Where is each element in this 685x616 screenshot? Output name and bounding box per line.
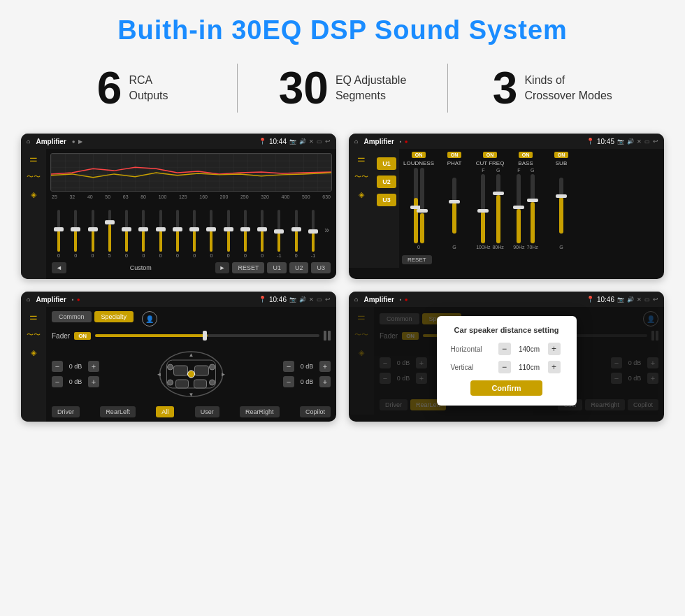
eq-slider-12[interactable]: 0 <box>257 210 268 258</box>
right-vol-controls: − 0 dB + − 0 dB + <box>283 361 331 387</box>
eq-slider-9[interactable]: 0 <box>206 210 217 258</box>
crossover-left-panel: ⚌ 〜〜 ◈ <box>349 149 374 268</box>
eq-screen-card: ⌂ Amplifier ● ▶ 📍 10:44 📷 🔊 ✕ ▭ ↩ ⚌ 〜〜 ◈ <box>21 134 336 279</box>
vol-plus-2[interactable]: + <box>88 376 99 387</box>
dialog-title: Car speaker distance setting <box>451 326 563 334</box>
fader-left-panel: ⚌ 〜〜 ◈ <box>21 307 46 422</box>
window-icon-2[interactable]: ▭ <box>644 138 650 145</box>
fader-tab-specialty[interactable]: Specialty <box>94 311 134 322</box>
all-button[interactable]: All <box>156 406 174 417</box>
back-icon-4[interactable]: ↩ <box>653 296 658 303</box>
u1-button[interactable]: U1 <box>377 157 396 170</box>
crossover-reset-button[interactable]: RESET <box>402 255 432 264</box>
bass-slider-2[interactable] <box>531 174 535 243</box>
fader-slider[interactable] <box>95 334 319 337</box>
eq-slider-11[interactable]: 0 <box>240 210 251 258</box>
eq-slider-4[interactable]: 0 <box>121 210 132 258</box>
eq-u2-button[interactable]: U2 <box>289 262 309 273</box>
window-icon-4[interactable]: ▭ <box>644 296 650 303</box>
bass-slider-1[interactable] <box>517 174 521 243</box>
vol-minus-1[interactable]: − <box>52 361 63 372</box>
close-icon-2[interactable]: ✕ <box>637 138 642 145</box>
eq-slider-14[interactable]: 0 <box>291 210 302 258</box>
loudness-on[interactable]: ON <box>412 152 426 158</box>
window-icon[interactable]: ▭ <box>317 138 322 145</box>
vertical-minus-button[interactable]: − <box>498 361 511 373</box>
loudness-slider-2[interactable] <box>420 168 424 243</box>
user-button[interactable]: User <box>195 406 219 417</box>
eq-slider-8[interactable]: 0 <box>189 210 200 258</box>
eq-next-button[interactable]: ► <box>215 262 230 273</box>
fader-wave-icon[interactable]: 〜〜 <box>27 330 41 340</box>
home-icon-2[interactable]: ⌂ <box>354 138 358 145</box>
vol-plus-4[interactable]: + <box>319 376 331 387</box>
confirm-button[interactable]: Confirm <box>470 380 542 396</box>
svg-point-12 <box>210 380 215 385</box>
driver-button[interactable]: Driver <box>52 406 80 417</box>
fader-tabs: Common Specialty <box>52 311 134 322</box>
copilot-button[interactable]: Copilot <box>300 406 331 417</box>
cutfreq-slider-1[interactable] <box>481 174 485 243</box>
horizontal-minus-button[interactable]: − <box>498 343 511 355</box>
crossover-wave-icon[interactable]: 〜〜 <box>354 172 368 182</box>
crossover-speaker-icon[interactable]: ◈ <box>359 190 364 199</box>
fader-speaker-icon[interactable]: ◈ <box>31 348 36 357</box>
freq-63: 63 <box>123 194 129 199</box>
svg-text:◄: ◄ <box>157 371 162 378</box>
back-icon[interactable]: ↩ <box>325 138 331 145</box>
vol-plus-1[interactable]: + <box>88 361 99 372</box>
eq-slider-1[interactable]: 0 <box>70 210 81 258</box>
eq-slider-10[interactable]: 0 <box>223 210 234 258</box>
phat-slider[interactable] <box>452 178 456 234</box>
volume-icon: 🔊 <box>299 138 306 145</box>
eq-slider-6[interactable]: 0 <box>155 210 166 258</box>
loudness-slider-1[interactable] <box>414 168 418 243</box>
eq-slider-13[interactable]: -1 <box>273 210 284 258</box>
eq-slider-7[interactable]: 0 <box>172 210 183 258</box>
fader-on-toggle[interactable]: ON <box>74 332 91 340</box>
sub-on[interactable]: ON <box>554 152 569 158</box>
eq-slider-3[interactable]: 5 <box>104 210 115 258</box>
u3-button[interactable]: U3 <box>377 194 396 206</box>
wave-panel-icon[interactable]: 〜〜 <box>27 172 41 182</box>
back-icon-2[interactable]: ↩ <box>653 138 658 145</box>
vol-minus-4[interactable]: − <box>283 376 294 387</box>
cutfreq-on[interactable]: ON <box>483 152 498 158</box>
fader-eq-icon[interactable]: ⚌ <box>29 311 38 322</box>
close-icon[interactable]: ✕ <box>309 138 314 145</box>
cutfreq-slider-2[interactable] <box>496 174 500 243</box>
eq-reset-button[interactable]: RESET <box>232 262 264 273</box>
eq-panel-icon[interactable]: ⚌ <box>29 153 38 164</box>
close-icon-3[interactable]: ✕ <box>309 296 314 303</box>
eq-u1-button[interactable]: U1 <box>267 262 287 273</box>
freq-400: 400 <box>282 194 290 199</box>
fader-tab-common[interactable]: Common <box>52 311 92 322</box>
vol-plus-3[interactable]: + <box>319 361 331 372</box>
vol-minus-3[interactable]: − <box>283 361 294 372</box>
eq-slider-5[interactable]: 0 <box>138 210 149 258</box>
bass-on[interactable]: ON <box>519 152 533 158</box>
vertical-plus-button[interactable]: + <box>548 361 561 373</box>
u2-button[interactable]: U2 <box>377 176 396 188</box>
home-icon-3[interactable]: ⌂ <box>27 296 30 303</box>
eq-slider-0[interactable]: 0 <box>53 210 64 258</box>
close-icon-4[interactable]: ✕ <box>637 296 642 303</box>
phat-on[interactable]: ON <box>447 152 462 158</box>
eq-slider-15[interactable]: -1 <box>308 210 319 258</box>
vol-minus-2[interactable]: − <box>52 376 63 387</box>
sub-slider[interactable] <box>559 178 563 234</box>
horizontal-plus-button[interactable]: + <box>548 343 561 355</box>
profile-icon[interactable]: 👤 <box>142 311 157 327</box>
home-icon[interactable]: ⌂ <box>27 138 30 145</box>
back-icon-3[interactable]: ↩ <box>325 296 331 303</box>
rear-left-button[interactable]: RearLeft <box>100 406 136 417</box>
eq-prev-button[interactable]: ◄ <box>52 262 66 273</box>
speaker-panel-icon[interactable]: ◈ <box>31 190 36 199</box>
eq-slider-2[interactable]: 0 <box>87 210 99 258</box>
rear-right-button[interactable]: RearRight <box>240 406 280 417</box>
crossover-eq-icon[interactable]: ⚌ <box>357 153 366 164</box>
sub-label: SUB <box>556 160 567 166</box>
home-icon-4[interactable]: ⌂ <box>354 296 358 303</box>
eq-u3-button[interactable]: U3 <box>311 262 331 273</box>
window-icon-3[interactable]: ▭ <box>317 296 322 303</box>
